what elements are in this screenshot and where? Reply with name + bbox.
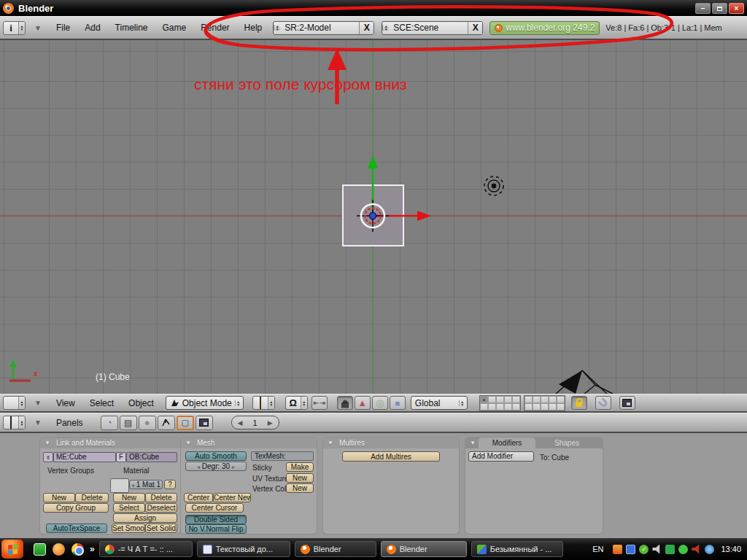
view3d-window-type-button[interactable]: ▲▼ [3,396,26,410]
task-chat[interactable]: -= Ч А Т =- :: ... [99,541,193,557]
display-tray-icon[interactable] [626,545,635,554]
layer-button[interactable] [533,403,541,411]
screen-stepper[interactable]: ▲▼ [274,25,280,31]
center-new-button[interactable]: Center New [213,493,251,502]
add-multires-button[interactable]: Add Multires [342,451,440,462]
layer-button[interactable] [504,396,512,403]
no-vnormal-flip-button[interactable]: No V.Normal Flip [185,524,247,534]
taskbar-clock[interactable]: 13:40 [721,545,741,553]
task-blender-2-active[interactable]: Blender [381,541,467,557]
translate-manipulator-button[interactable] [337,396,353,410]
quick-launch-more-icon[interactable]: » [90,544,95,554]
layer-button[interactable] [480,396,488,403]
frame-prev-icon[interactable]: ◀ [238,419,243,427]
scene-stepper[interactable]: ▲▼ [382,25,389,31]
close-button[interactable]: × [729,3,744,14]
material-help-button[interactable]: ? [164,480,176,489]
buttons-window-type-button[interactable]: ▲▼ [3,416,26,429]
add-modifier-button[interactable]: Add Modifier [468,451,534,462]
messenger-tray-icon[interactable] [705,545,714,554]
frame-next-icon[interactable]: ▶ [268,419,273,427]
manipulator-arrowhead-z[interactable] [368,155,378,168]
menu-help[interactable]: Help [244,23,263,33]
material-deselect-button[interactable]: Deselect [145,503,177,513]
task-blender-1[interactable]: Blender [295,541,376,557]
script-context-button[interactable]: ▤ [120,416,137,430]
render-preview-button[interactable] [619,396,635,410]
java-tray-icon[interactable] [613,545,622,554]
panel-collapse-icon[interactable]: ▼ [44,440,50,446]
autotexspace-button[interactable]: AutoTexSpace [46,524,107,533]
panels-menu[interactable]: Panels [56,418,83,428]
pivot-stepper[interactable]: ▲▼ [301,397,307,409]
object-name-field[interactable]: OB:Cube [126,452,177,462]
me-stepper[interactable]: ⇕ [43,452,53,462]
layer-button[interactable] [557,403,565,411]
mat-prev-icon[interactable]: ◂ [131,482,134,489]
scene-unlink-button[interactable]: X [468,22,482,34]
restore-button[interactable] [712,3,727,14]
chrome-icon[interactable] [71,543,84,556]
degr-field[interactable]: ◂ Degr: 30 ▸ [185,462,247,471]
frame-counter[interactable]: ◀ 1 ▶ [231,416,279,429]
manipulator-arrowhead-x[interactable] [417,211,431,221]
volume-tray-icon[interactable] [652,545,662,554]
degr-next-icon[interactable]: ▸ [232,464,235,470]
layer-button[interactable] [525,403,533,411]
logic-context-button[interactable]: ◔ [101,416,118,430]
set-smooth-button[interactable]: Set Smooth [112,524,145,533]
buttons-window-type-stepper[interactable]: ▲▼ [18,416,25,429]
texmesh-field[interactable]: TexMesh: [251,451,314,461]
menu-select[interactable]: Select [90,398,114,408]
panel-multires-header[interactable]: ▼ Multires [323,438,459,448]
panel-collapse-icon[interactable]: ▼ [185,440,191,446]
rotate-manipulator-button[interactable]: ▲ [355,396,371,410]
combo-manipulator-button[interactable]: ■ [390,396,406,410]
layer-buttons-group-2[interactable] [524,395,565,411]
layer-button[interactable] [488,403,496,411]
layer-button[interactable] [496,396,504,403]
layer-button[interactable] [541,403,549,411]
task-untitled-paint[interactable]: Безымянный - ... [471,541,563,557]
sticky-make-button[interactable]: Make [286,462,314,472]
view3d-collapse-icon[interactable]: ▼ [34,399,42,407]
layer-button[interactable] [512,403,520,411]
double-sided-button[interactable]: Double Sided [185,515,247,524]
degr-prev-icon[interactable]: ◂ [197,464,200,470]
menu-file[interactable]: File [56,23,70,33]
tab-modifiers[interactable]: Modifiers [479,438,535,448]
material-preview-swatch[interactable] [110,478,129,493]
material-index-field[interactable]: ◂ 1 Mat 1 ▸ [129,480,163,489]
menu-render[interactable]: Render [201,23,229,33]
muted-volume-tray-icon[interactable] [692,545,701,554]
buttons-collapse-icon[interactable]: ▼ [34,419,42,427]
blender-version-button[interactable]: www.blender.org 249.2 [489,21,600,35]
update-ok-tray-icon[interactable]: ✓ [639,545,649,554]
screen-value[interactable]: SR:2-Model [280,23,359,33]
screen-selector[interactable]: ▲▼ SR:2-Model X [273,21,374,35]
set-solid-button[interactable]: Set Solid [145,524,177,533]
header-collapse-icon[interactable]: ▼ [34,24,42,32]
layer-button[interactable] [512,396,520,403]
layer-button[interactable] [525,396,533,403]
layer-buttons-group-1[interactable] [479,395,521,411]
lamp-object[interactable] [484,176,503,195]
draw-type-stepper[interactable]: ▲▼ [268,397,274,409]
tab-shapes[interactable]: Shapes [538,438,595,448]
material-select-button[interactable]: Select [113,503,145,513]
panel-collapse-icon[interactable]: ▼ [470,440,476,446]
shading-context-button[interactable]: ● [139,416,156,430]
center-button[interactable]: Center [184,493,213,502]
snap-button[interactable] [595,396,611,410]
panel-mesh-header[interactable]: ▼ Mesh [181,438,317,448]
scene-value[interactable]: SCE:Scene [389,23,468,33]
mode-stepper[interactable]: ▲▼ [235,400,241,406]
task-text-document[interactable]: Текстовый до... [197,541,290,557]
uv-new-button[interactable]: New [286,473,314,483]
material-assign-button[interactable]: Assign [113,513,177,523]
manipulator-toggle-button[interactable]: ⇤⇥ [311,396,328,410]
panel-link-materials-header[interactable]: ▼ Link and Materials [40,438,180,448]
window-type-stepper[interactable]: ▲▼ [18,22,25,34]
mat-counter-value[interactable]: 1 Mat 1 [136,481,160,489]
pivot-selector[interactable]: Ω ▲▼ [285,396,308,410]
